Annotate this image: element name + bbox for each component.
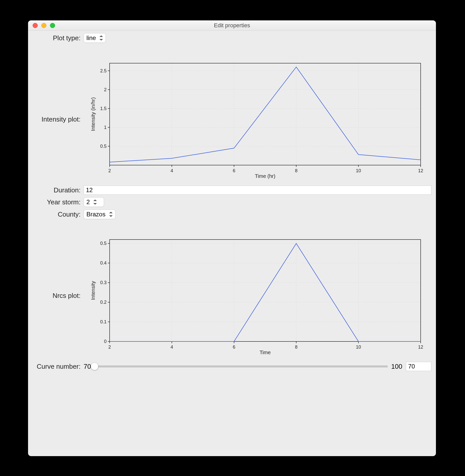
- svg-rect-48: [110, 240, 421, 341]
- svg-text:8: 8: [295, 168, 298, 173]
- svg-text:0.3: 0.3: [100, 280, 107, 285]
- svg-text:0: 0: [104, 339, 107, 344]
- svg-text:2.5: 2.5: [100, 68, 107, 73]
- svg-text:2: 2: [108, 345, 111, 350]
- svg-text:1.5: 1.5: [100, 106, 107, 111]
- svg-rect-11: [110, 63, 421, 165]
- year-storm-value: 2: [86, 199, 90, 206]
- curve-number-slider[interactable]: [95, 365, 388, 367]
- chevron-updown-icon: [109, 212, 113, 217]
- window-title: Edit properties: [28, 22, 436, 29]
- svg-text:0.1: 0.1: [100, 319, 107, 324]
- plot-type-select[interactable]: line: [84, 33, 106, 43]
- svg-text:Intensity: Intensity: [90, 281, 96, 300]
- intensity-plot: 246810120.511.522.5Time (hr)Intensity (i…: [84, 58, 431, 180]
- svg-text:2: 2: [108, 168, 111, 173]
- year-storm-select[interactable]: 2: [84, 197, 104, 207]
- duration-label: Duration:: [33, 186, 84, 194]
- svg-text:6: 6: [233, 345, 235, 350]
- svg-text:4: 4: [171, 168, 173, 173]
- svg-text:12: 12: [418, 168, 423, 173]
- slider-thumb[interactable]: [91, 363, 98, 370]
- svg-text:10: 10: [356, 168, 361, 173]
- county-value: Brazos: [86, 211, 106, 218]
- titlebar: Edit properties: [28, 20, 436, 31]
- nrcs-plot: 2468101200.10.20.30.40.5TimeIntensity: [84, 234, 431, 357]
- svg-text:8: 8: [295, 345, 298, 350]
- window: Edit properties Plot type: line Intensit…: [28, 20, 436, 456]
- curve-number-label: Curve number:: [33, 363, 84, 371]
- svg-text:1: 1: [104, 125, 107, 130]
- svg-text:Time: Time: [260, 350, 271, 355]
- duration-input[interactable]: [84, 186, 431, 195]
- svg-text:10: 10: [356, 345, 361, 350]
- svg-text:12: 12: [418, 345, 423, 350]
- svg-text:4: 4: [171, 345, 173, 350]
- svg-text:0.5: 0.5: [100, 144, 107, 149]
- year-storm-label: Year storm:: [33, 198, 84, 206]
- curve-number-input[interactable]: [406, 362, 431, 371]
- plot-type-value: line: [86, 34, 96, 42]
- svg-text:0.2: 0.2: [100, 300, 107, 305]
- svg-text:2: 2: [104, 87, 107, 92]
- chevron-updown-icon: [99, 35, 103, 41]
- chevron-updown-icon: [93, 200, 97, 205]
- svg-text:Time (hr): Time (hr): [255, 173, 275, 179]
- county-label: County:: [33, 210, 84, 218]
- svg-text:0.4: 0.4: [100, 260, 107, 266]
- svg-text:Intensity (in/hr): Intensity (in/hr): [90, 97, 96, 131]
- svg-text:6: 6: [233, 168, 235, 173]
- intensity-plot-label: Intensity plot:: [33, 115, 84, 123]
- nrcs-plot-label: Nrcs plot:: [33, 292, 84, 300]
- plot-type-label: Plot type:: [33, 34, 84, 42]
- slider-max-label: 100: [391, 363, 402, 371]
- intensity-plot-svg: 246810120.511.522.5Time (hr)Intensity (i…: [84, 58, 431, 180]
- content: Plot type: line Intensity plot: 24681012…: [28, 31, 436, 381]
- svg-text:0.5: 0.5: [100, 241, 107, 246]
- county-select[interactable]: Brazos: [84, 209, 115, 219]
- nrcs-plot-svg: 2468101200.10.20.30.40.5TimeIntensity: [84, 234, 431, 357]
- slider-min-label: 70: [84, 363, 91, 371]
